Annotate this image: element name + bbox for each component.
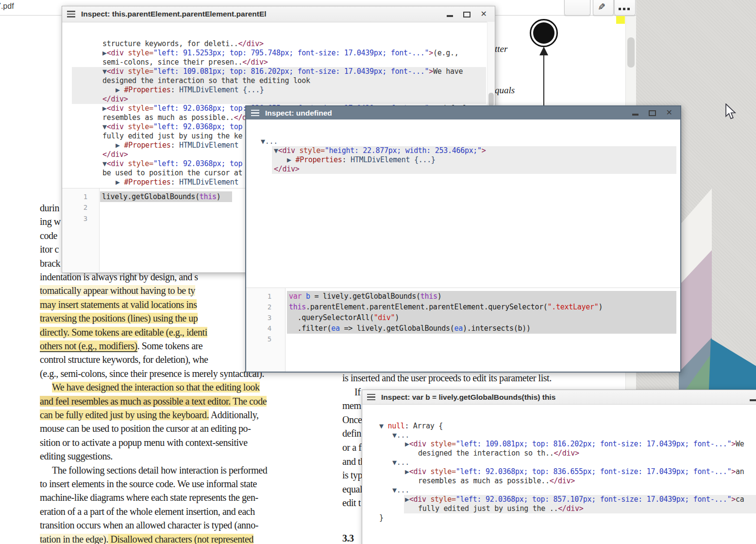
line-number: 2 bbox=[62, 202, 87, 213]
toolbar-partial-button[interactable] bbox=[564, 0, 590, 16]
ellipsis-icon bbox=[619, 8, 630, 10]
tree-line[interactable]: } bbox=[379, 513, 384, 523]
tree-line[interactable]: semi-colons, since their presen..</div> bbox=[102, 58, 268, 67]
page-scrollbar-thumb[interactable] bbox=[627, 37, 635, 68]
minimize-button[interactable] bbox=[632, 114, 638, 116]
code-line[interactable]: lively.getGlobalBounds(this) bbox=[100, 191, 232, 202]
line-number: 3 bbox=[246, 312, 271, 323]
window-titlebar[interactable]: Inspect: undefined bbox=[246, 106, 680, 119]
tree-line[interactable]: ▼ null: Array { bbox=[379, 422, 443, 431]
editor-gutter: 123 bbox=[62, 188, 100, 272]
menu-icon[interactable] bbox=[67, 11, 75, 17]
code-line[interactable]: .querySelectorAll("div") bbox=[287, 312, 676, 323]
window-title: Inspect: undefined bbox=[265, 109, 332, 118]
line-number: 1 bbox=[62, 191, 87, 202]
close-button[interactable]: ✕ bbox=[666, 109, 672, 116]
editor-code[interactable]: var b = lively.getGlobalBounds(this)this… bbox=[287, 288, 679, 372]
tree-line[interactable]: designed the interaction so that the edi… bbox=[72, 76, 486, 85]
tree-line[interactable]: ▼<div style="height: 22.877px; width: 25… bbox=[272, 146, 676, 155]
minimize-button[interactable] bbox=[447, 15, 453, 17]
code-editor[interactable]: 12345 var b = lively.getGlobalBounds(thi… bbox=[246, 288, 680, 372]
tree-line[interactable]: ▶ #Properties: HTMLDivElement {...} bbox=[72, 85, 486, 95]
maximize-button[interactable] bbox=[649, 110, 656, 116]
tree-line[interactable]: structure keywords, for deleti..</div> bbox=[102, 39, 264, 49]
window-title: Inspect: this.parentElement.parentElemen… bbox=[81, 10, 267, 18]
yellow-highlight-swatch bbox=[616, 16, 625, 24]
window-title: Inspect: var b = lively.getGlobalBounds(… bbox=[381, 393, 555, 402]
tree-line[interactable]: ▼... bbox=[392, 431, 409, 440]
edit-button[interactable]: ✎ bbox=[593, 0, 614, 16]
tree-line[interactable]: ▼<div style="left: 109.081px; top: 816.2… bbox=[72, 67, 486, 76]
tree-line[interactable]: </div> bbox=[72, 95, 486, 104]
menu-icon[interactable] bbox=[367, 394, 375, 401]
code-line[interactable]: var b = lively.getGlobalBounds(this) bbox=[287, 291, 676, 302]
tree-line[interactable]: ▼<div style="left: 92.0368px; top bbox=[102, 122, 242, 132]
mouse-cursor-icon bbox=[724, 103, 737, 122]
code-line[interactable]: this.parentElement.parentElement.parentE… bbox=[287, 302, 676, 312]
line-number: 1 bbox=[246, 291, 271, 302]
diagram-label: tter bbox=[495, 44, 507, 54]
tree-line[interactable]: fully edited just by using the ke bbox=[102, 132, 242, 141]
inspector-window-2: Inspect: undefined ✕ ▼...▼<div style="he… bbox=[245, 105, 681, 373]
editor-gutter: 12345 bbox=[246, 288, 286, 372]
end-state-icon bbox=[530, 19, 558, 47]
diagram-label: quals bbox=[495, 85, 515, 96]
tree-line[interactable]: ▶<div style="left: 109.081px; top: 816.2… bbox=[405, 440, 744, 449]
window-titlebar[interactable]: Inspect: this.parentElement.parentElemen… bbox=[62, 6, 495, 22]
tree-line[interactable]: ▶ #Properties: HTMLDivElement {...} bbox=[272, 155, 676, 165]
line-number: 2 bbox=[246, 302, 271, 312]
dom-tree[interactable]: ▼ null: Array {▼...▶<div style="left: 10… bbox=[362, 404, 756, 544]
tree-line[interactable]: </div> bbox=[272, 165, 676, 174]
tree-line[interactable]: ▶<div style="left: 91.5253px; top: 795.7… bbox=[102, 49, 458, 58]
tab-title: 7.pdf bbox=[0, 2, 14, 11]
decor-teal-shape bbox=[709, 334, 756, 390]
tree-line[interactable]: </div> bbox=[102, 150, 128, 159]
tree-line[interactable]: ▼<div style="left: 92.0368px; top bbox=[102, 159, 242, 169]
tree-line[interactable]: be used to position the cursor at bbox=[102, 169, 242, 178]
minimize-button[interactable] bbox=[750, 399, 756, 401]
tree-line[interactable]: ▶ #Properties: HTMLDivElement bbox=[116, 141, 238, 150]
line-number: 3 bbox=[62, 213, 87, 224]
tree-line[interactable]: resembles as much as possible..</div> bbox=[418, 476, 575, 486]
tree-line[interactable]: ▼... bbox=[261, 137, 278, 146]
tree-line[interactable]: fully edited just by using the ..</div> bbox=[404, 504, 756, 513]
code-line[interactable]: .filter(ea => lively.getGlobalBounds(ea)… bbox=[287, 323, 676, 334]
tree-line[interactable]: ▼... bbox=[392, 458, 409, 467]
tree-line[interactable]: ▶<div style="left: 92.0368px; top: 857.1… bbox=[404, 495, 756, 504]
screen: 7.pdf ✎ durining wcodeitor cbrackindenta… bbox=[0, 0, 756, 544]
maximize-button[interactable] bbox=[463, 12, 470, 17]
more-button[interactable] bbox=[614, 0, 636, 16]
tree-line[interactable]: resembles as much as possible..</div> bbox=[102, 113, 259, 122]
scrollbar-thumb[interactable] bbox=[488, 93, 494, 106]
line-number: 5 bbox=[246, 334, 271, 344]
window-titlebar[interactable]: Inspect: var b = lively.getGlobalBounds(… bbox=[362, 390, 756, 405]
tree-line[interactable]: ▶<div style="left: 92.0368px; top: 836.6… bbox=[405, 467, 744, 476]
line-number: 4 bbox=[246, 323, 271, 334]
close-button[interactable]: ✕ bbox=[481, 11, 487, 17]
pencil-icon: ✎ bbox=[598, 1, 605, 13]
menu-icon[interactable] bbox=[251, 110, 259, 117]
tree-line[interactable]: ▶ #Properties: HTMLDivElement bbox=[116, 178, 238, 187]
tree-line[interactable]: ▼... bbox=[392, 486, 409, 495]
tree-line[interactable]: designed the interaction so th..</div> bbox=[418, 449, 579, 458]
inspector-window-3: Inspect: var b = lively.getGlobalBounds(… bbox=[362, 390, 756, 544]
